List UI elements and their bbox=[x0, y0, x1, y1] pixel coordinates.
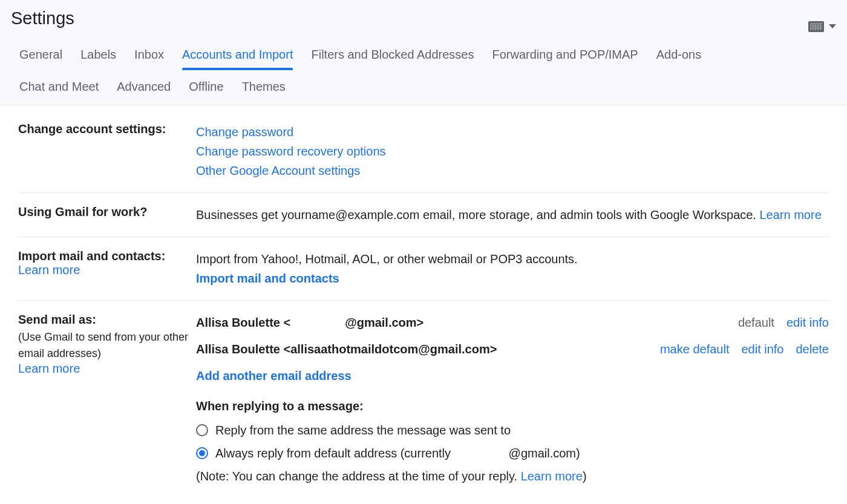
section-send-as: Send mail as: (Use Gmail to send from yo… bbox=[18, 301, 829, 498]
change-recovery-link[interactable]: Change password recovery options bbox=[196, 145, 386, 158]
radio-selected-icon[interactable] bbox=[196, 447, 208, 459]
section-label-import: Import mail and contacts: Learn more bbox=[18, 249, 196, 288]
send-as-sub: (Use Gmail to send from your other email… bbox=[18, 329, 196, 362]
reply-option-1-label: Reply from the same address the message … bbox=[215, 421, 511, 440]
send-as-row-default: Allisa Boulette <@gmail.com> default edi… bbox=[196, 313, 829, 332]
import-action-link[interactable]: Import mail and contacts bbox=[196, 272, 339, 285]
make-default-link[interactable]: make default bbox=[660, 339, 730, 359]
section-work: Using Gmail for work? Businesses get you… bbox=[18, 193, 829, 237]
input-tools[interactable] bbox=[808, 21, 836, 32]
reply-heading: When replying to a message: bbox=[196, 396, 829, 416]
reply-note: (Note: You can change the address at the… bbox=[196, 466, 829, 486]
tab-themes[interactable]: Themes bbox=[234, 70, 294, 105]
edit-info-link-1[interactable]: edit info bbox=[786, 313, 829, 332]
tab-filters[interactable]: Filters and Blocked Addresses bbox=[302, 42, 482, 70]
redacted-email bbox=[290, 318, 345, 330]
section-import: Import mail and contacts: Learn more Imp… bbox=[18, 237, 829, 301]
keyboard-icon bbox=[808, 21, 824, 32]
other-settings-link[interactable]: Other Google Account settings bbox=[196, 164, 360, 177]
section-label-work: Using Gmail for work? bbox=[18, 205, 196, 224]
reply-note-learn-more-link[interactable]: Learn more bbox=[521, 470, 583, 483]
tab-labels[interactable]: Labels bbox=[72, 42, 125, 70]
default-indicator: default bbox=[738, 313, 774, 332]
work-learn-more-link[interactable]: Learn more bbox=[759, 208, 821, 221]
tab-addons[interactable]: Add-ons bbox=[648, 42, 710, 70]
work-text: Businesses get yourname@example.com emai… bbox=[196, 208, 759, 221]
change-password-link[interactable]: Change password bbox=[196, 125, 293, 139]
section-label-change-account: Change account settings: bbox=[18, 122, 196, 180]
delete-link[interactable]: delete bbox=[796, 339, 829, 359]
tab-advanced[interactable]: Advanced bbox=[108, 70, 179, 105]
tab-accounts-import[interactable]: Accounts and Import bbox=[174, 42, 301, 70]
reply-option-default-address[interactable]: Always reply from default address (curre… bbox=[196, 443, 829, 463]
send-as-email-2: Allisa Boulette <allisaathotmaildotcom@g… bbox=[196, 339, 660, 359]
page-title: Settings bbox=[11, 8, 74, 28]
tab-general[interactable]: General bbox=[11, 42, 71, 70]
settings-tabs: General Labels Inbox Accounts and Import… bbox=[11, 42, 836, 105]
send-as-row-2: Allisa Boulette <allisaathotmaildotcom@g… bbox=[196, 339, 829, 359]
tab-inbox[interactable]: Inbox bbox=[126, 42, 172, 70]
section-change-account: Change account settings: Change password… bbox=[18, 105, 829, 193]
tab-offline[interactable]: Offline bbox=[180, 70, 232, 105]
reply-option-same-address[interactable]: Reply from the same address the message … bbox=[196, 421, 829, 440]
settings-content: Change account settings: Change password… bbox=[0, 105, 847, 498]
reply-option-2-label: Always reply from default address (curre… bbox=[215, 443, 580, 463]
tab-chat-meet[interactable]: Chat and Meet bbox=[11, 70, 107, 105]
import-learn-more-link[interactable]: Learn more bbox=[18, 263, 80, 277]
chevron-down-icon bbox=[829, 24, 836, 28]
settings-header: Settings General Labels Inbox Accounts a… bbox=[0, 0, 847, 105]
send-as-email-1: Allisa Boulette <@gmail.com> bbox=[196, 313, 738, 332]
add-another-email-link[interactable]: Add another email address bbox=[196, 369, 352, 382]
section-label-send-as: Send mail as: (Use Gmail to send from yo… bbox=[18, 313, 196, 486]
radio-unselected-icon[interactable] bbox=[196, 424, 208, 436]
edit-info-link-2[interactable]: edit info bbox=[741, 339, 783, 359]
send-as-learn-more-link[interactable]: Learn more bbox=[18, 362, 80, 375]
tab-forwarding[interactable]: Forwarding and POP/IMAP bbox=[484, 42, 647, 70]
redacted-email-2 bbox=[454, 448, 509, 460]
import-text: Import from Yahoo!, Hotmail, AOL, or oth… bbox=[196, 249, 829, 269]
